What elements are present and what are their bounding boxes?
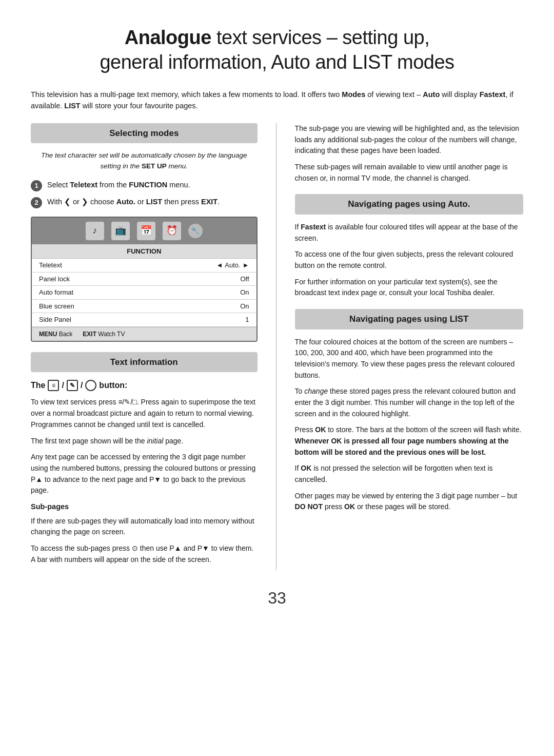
nav-auto-para1: If Fastext is available four coloured ti…: [295, 222, 523, 244]
nav-auto-section: Navigating pages using Auto. If Fastext …: [295, 194, 523, 299]
text-info-para1: To view text services press ≡/✎/□. Press…: [31, 397, 258, 430]
nav-list-para4: If OK is not pressed the selection will …: [295, 463, 523, 485]
footer-menu-key: MENU Back: [39, 329, 72, 339]
arrow-right-icon: ►: [243, 260, 249, 270]
page-number: 33: [31, 586, 523, 610]
sidepanel-value: 1: [245, 315, 249, 325]
italic-note: The text character set will be automatic…: [31, 150, 258, 171]
teletext-value: Auto.: [225, 260, 240, 270]
nav-list-para5: Other pages may be viewed by entering th…: [295, 491, 523, 513]
title-bold: Analogue: [125, 27, 211, 48]
function-icons-row: ♪ 📺 📅 ⏰ 🔧: [32, 218, 256, 244]
button-label: The ≡ / ✎ / button:: [31, 379, 258, 392]
nav-list-section: Navigating pages using LIST The four col…: [295, 309, 523, 513]
autoformat-label: Auto format: [39, 287, 73, 298]
icon-clock: ⏰: [163, 222, 181, 240]
nav-list-para1: The four coloured choices at the bottom …: [295, 337, 523, 381]
function-row-autoformat: Auto format On: [32, 286, 256, 300]
function-row-teletext: Teletext ◄ Auto. ►: [32, 259, 256, 273]
subpage-info-section: The sub-page you are viewing will be hig…: [295, 123, 523, 184]
bluescreen-label: Blue screen: [39, 301, 74, 312]
subpages-para1: If there are sub-pages they will automat…: [31, 516, 258, 538]
page-title: Analogue text services – setting up,gene…: [31, 26, 523, 74]
column-divider: [276, 123, 276, 571]
nav-auto-para2: To access one of the four given subjects…: [295, 249, 523, 271]
nav-list-para3: Press OK to store. The bars at the botto…: [295, 424, 523, 458]
icon-notes: ♪: [86, 222, 104, 240]
edit-btn-icon: ✎: [67, 380, 78, 391]
footer-exit-key: EXIT Watch TV: [83, 329, 125, 339]
subpage-highlight-para: The sub-page you are viewing will be hig…: [295, 123, 523, 157]
panellock-value: Off: [240, 274, 249, 284]
arrow-left-icon: ◄: [216, 260, 223, 270]
selecting-modes-section: Selecting modes The text character set w…: [31, 123, 258, 342]
nav-list-header: Navigating pages using LIST: [295, 309, 523, 329]
sidepanel-label: Side Panel: [39, 315, 71, 325]
panellock-label: Panel lock: [39, 274, 70, 284]
step-1: 1 Select Teletext from the FUNCTION menu…: [31, 180, 258, 191]
step-1-text: Select Teletext from the FUNCTION menu.: [47, 180, 190, 191]
nav-auto-header: Navigating pages using Auto.: [295, 194, 523, 215]
step-2: 2 With ❮ or ❯ choose Auto. or LIST then …: [31, 197, 258, 208]
bluescreen-value: On: [240, 301, 249, 312]
left-column: Selecting modes The text character set w…: [31, 123, 258, 571]
function-box: ♪ 📺 📅 ⏰ 🔧 FUNCTION Teletext ◄ Auto. ► Pa…: [31, 217, 258, 342]
intro-paragraph: This television has a multi-page text me…: [31, 89, 523, 112]
step-2-text: With ❮ or ❯ choose Auto. or LIST then pr…: [47, 197, 220, 208]
subpage-remain-para: These sub-pages will remain available to…: [295, 162, 523, 184]
circle-btn-icon: [85, 380, 96, 391]
selecting-modes-header: Selecting modes: [31, 123, 258, 144]
text-info-para2: The first text page shown will be the in…: [31, 436, 258, 447]
autoformat-value: On: [240, 287, 249, 298]
function-row-panellock: Panel lock Off: [32, 273, 256, 286]
menu-footer: MENU Back EXIT Watch TV: [32, 327, 256, 341]
step-2-number: 2: [31, 197, 42, 208]
steps-list: 1 Select Teletext from the FUNCTION menu…: [31, 180, 258, 208]
right-column: The sub-page you are viewing will be hig…: [295, 123, 523, 571]
function-row-bluescreen: Blue screen On: [32, 300, 256, 314]
function-row-sidepanel: Side Panel 1: [32, 313, 256, 327]
icon-wrench: 🔧: [188, 224, 203, 238]
icon-tv: 📺: [111, 222, 130, 240]
nav-auto-para3: For further information on your particul…: [295, 277, 523, 299]
text-info-para3: Any text page can be accessed by enterin…: [31, 452, 258, 496]
subpages-heading: Sub-pages: [31, 501, 258, 513]
text-information-section: Text information The ≡ / ✎ / button: To …: [31, 352, 258, 566]
nav-list-para2: To change these stored pages press the r…: [295, 386, 523, 419]
step-1-number: 1: [31, 180, 42, 191]
menu-btn-icon: ≡: [48, 380, 59, 391]
icon-calendar: 📅: [137, 222, 155, 240]
text-information-header: Text information: [31, 352, 258, 373]
function-header: FUNCTION: [32, 244, 256, 259]
subpages-para2: To access the sub-pages press ⊙ then use…: [31, 543, 258, 565]
teletext-label: Teletext: [39, 260, 62, 270]
